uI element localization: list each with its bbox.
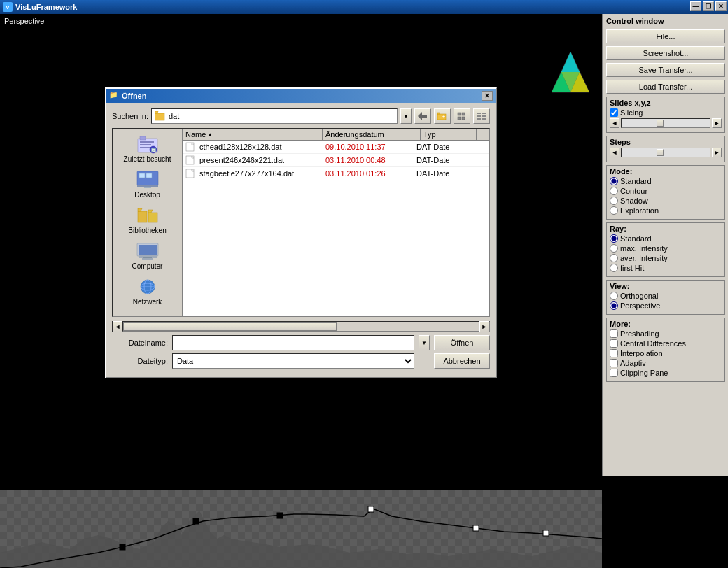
svg-rect-40 [138,211,147,222]
view-orthogonal-row: Orthogonal [610,292,722,300]
file-row-0[interactable]: cthead128x128x128.dat 09.10.2010 11:37 D… [183,141,489,154]
scroll-right[interactable]: ► [479,321,489,332]
dateiname-dropdown[interactable]: ▼ [419,335,430,350]
nav-computer-label: Computer [132,262,163,270]
restore-button[interactable]: ❑ [703,1,714,11]
slicing-label: Slicing [620,108,643,117]
filetype-row: Dateityp: Data ▼ Abbrechen [112,353,490,369]
ray-standard-row: Standard [610,234,722,243]
nav-recently-visited-label: Zuletzt besucht [124,155,172,163]
suchen-in-label: Suchen in: [112,112,148,120]
ray-averintensity-radio[interactable] [610,254,618,262]
clipping-pane-checkbox[interactable] [610,369,618,377]
nav-recently-visited[interactable]: 🔄 Zuletzt besucht [114,132,181,166]
slides-left-arrow[interactable]: ◄ [610,118,620,128]
list-view-button[interactable] [473,108,490,124]
transfer-canvas[interactable] [0,490,602,568]
svg-rect-27 [482,118,486,120]
col-date-header[interactable]: Änderungsdatum [323,129,421,140]
screenshot-button[interactable]: Screenshot... [606,46,725,60]
icons-button[interactable] [454,108,470,124]
save-transfer-button[interactable]: Save Transfer... [606,63,725,77]
slicing-checkbox[interactable] [610,108,618,117]
svg-rect-48 [142,258,153,260]
dateiname-input[interactable] [172,335,414,350]
scroll-track[interactable] [122,322,479,332]
central-differences-row: Central Differences [610,339,722,348]
interpolation-checkbox[interactable] [610,349,618,357]
dialog-titlebar[interactable]: 📁 Öffnen ✕ [106,89,496,103]
steps-thumb[interactable] [657,149,664,156]
mode-contour-radio[interactable] [610,187,618,195]
mode-exploration-radio[interactable] [610,206,618,215]
clipping-pane-label: Clipping Pane [620,369,668,377]
slides-right-arrow[interactable]: ► [712,118,722,128]
dialog-body: Suchen in: dat ▼ [106,103,496,377]
slides-track[interactable] [621,118,710,128]
nav-computer[interactable]: Computer [114,239,181,273]
adaptiv-checkbox[interactable] [610,359,618,367]
steps-left-arrow[interactable]: ◄ [610,148,620,157]
ray-firsthit-radio[interactable] [610,264,618,272]
new-folder-button[interactable]: + [434,108,451,124]
nav-libraries-label: Bibliotheken [128,227,166,234]
slides-thumb[interactable] [657,120,664,127]
cancel-button[interactable]: Abbrechen [434,353,490,369]
back-button[interactable] [414,108,431,124]
svg-marker-9 [561,52,580,72]
adaptiv-row: Adaptiv [610,359,722,367]
location-combo[interactable]: dat [151,108,398,124]
mode-shadow-radio[interactable] [610,197,618,205]
view-perspective-radio[interactable] [610,301,618,310]
file-button[interactable]: File... [606,29,725,43]
view-perspective-row: Perspective [610,301,722,310]
file-row-2[interactable]: stagbeetle277x277x164.dat 03.11.2010 01:… [183,167,489,180]
col-type-header[interactable]: Typ [421,129,477,140]
dialog-close-button[interactable]: ✕ [482,91,493,101]
file-icon-0 [186,142,200,152]
open-button[interactable]: Öffnen [434,335,490,350]
ray-averintensity-label: aver. Intensity [620,254,668,262]
dateityp-select[interactable]: Data [172,353,414,369]
location-dropdown-arrow[interactable]: ▼ [400,108,412,124]
nav-desktop[interactable]: Desktop [114,167,181,201]
col-name-label: Name [186,130,206,139]
close-button[interactable]: ✕ [715,1,727,11]
slicing-row: Slicing [610,108,722,117]
more-label: More: [610,320,722,328]
minimize-button[interactable]: — [690,1,701,11]
svg-rect-14 [421,115,427,118]
file-type-2: DAT-Date [416,169,472,178]
file-row-1[interactable]: present246x246x221.dat 03.11.2010 00:48 … [183,154,489,167]
preshading-checkbox[interactable] [610,329,618,338]
app-icon: V [3,2,13,12]
svg-rect-37 [144,187,151,188]
control-window: Control window File... Screenshot... Sav… [602,14,728,476]
file-list: Name ▲ Änderungsdatum Typ [183,129,489,316]
mode-standard-radio[interactable] [610,177,618,185]
mode-standard-row: Standard [610,177,722,185]
ray-maxintensity-radio[interactable] [610,244,618,253]
ray-standard-radio[interactable] [610,234,618,243]
title-bar: V VisLuFramework — ❑ ✕ [0,0,728,14]
svg-marker-12 [155,111,158,113]
svg-rect-25 [482,113,486,114]
scroll-left[interactable]: ◄ [113,321,122,332]
nav-network[interactable]: Netzwerk [114,274,181,308]
svg-rect-23 [477,115,481,117]
file-dialog: 📁 Öffnen ✕ Suchen in: dat ▼ [105,87,497,378]
steps-track[interactable] [621,148,710,157]
scroll-thumb[interactable] [123,322,337,331]
central-differences-checkbox[interactable] [610,339,618,348]
file-list-container: 🔄 Zuletzt besucht [112,128,490,317]
view-orthogonal-radio[interactable] [610,292,618,300]
mode-contour-row: Contour [610,187,722,195]
col-name-header[interactable]: Name ▲ [183,129,323,140]
nav-libraries[interactable]: Bibliotheken [114,203,181,237]
horizontal-scrollbar[interactable]: ◄ ► [112,321,490,332]
load-transfer-button[interactable]: Load Transfer... [606,80,725,94]
orientation-widget [546,42,595,98]
steps-right-arrow[interactable]: ► [712,148,722,157]
svg-rect-20 [458,117,461,120]
file-type-1: DAT-Date [416,156,472,164]
